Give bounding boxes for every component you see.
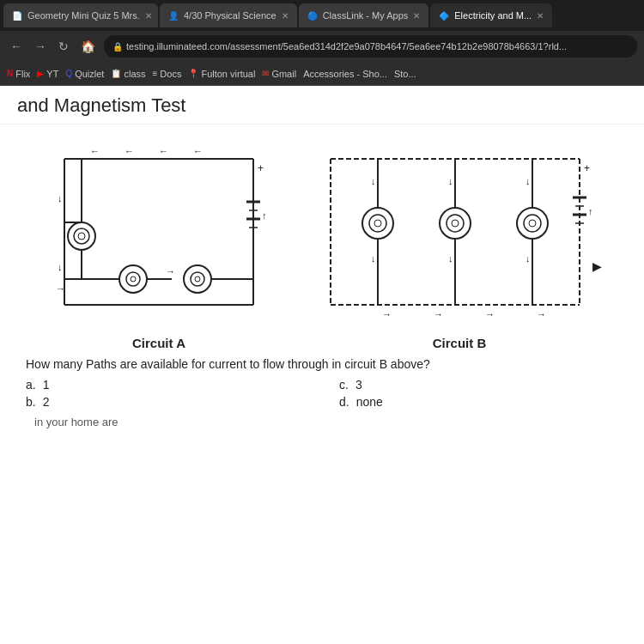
circuit-b-label: Circuit B [433,336,487,350]
bookmark-gmail-label: Gmail [271,69,296,79]
svg-point-16 [68,222,95,250]
circuit-area: + ↑ ← ← ← [0,125,644,437]
next-hint-label: in your home are [34,416,118,428]
bookmark-quizlet[interactable]: Q Quizlet [65,69,104,79]
answer-a-letter: a. [26,378,36,392]
forward-button[interactable]: → [31,38,50,55]
svg-point-71 [524,215,541,232]
page-title-bar: and Magnetism Test [0,86,644,125]
tab-physical-close[interactable]: ✕ [282,11,289,21]
svg-point-54 [362,208,393,239]
flix-icon: N [7,69,13,78]
bookmark-flix[interactable]: N Flix [7,69,30,79]
next-hint-text: in your home are [26,416,618,428]
svg-point-28 [131,276,136,282]
bookmark-accessories-label: Accessories - Sho... [303,69,387,79]
page-content: and Magnetism Test + [0,86,644,644]
tab-classlink-close[interactable]: ✕ [413,11,420,21]
svg-point-56 [374,220,381,227]
answer-d[interactable]: d. none [339,395,618,409]
bookmark-yt-label: YT [46,69,58,79]
bookmark-fulton-label: Fulton virtual [201,69,255,79]
tab-geometry[interactable]: 📄 Geometry Mini Quiz 5 Mrs. ✕ [3,3,158,27]
home-button[interactable]: 🏠 [77,38,99,55]
svg-text:←: ← [193,146,203,156]
svg-text:↓: ↓ [526,253,531,264]
bookmark-accessories[interactable]: Accessories - Sho... [303,69,387,79]
svg-point-63 [447,215,464,232]
svg-point-17 [74,228,89,244]
bookmark-fulton[interactable]: 📍 Fulton virtual [188,69,255,79]
bookmark-quizlet-label: Quizlet [75,69,104,79]
svg-text:↓: ↓ [371,253,376,264]
answer-c-value: 3 [355,378,362,392]
svg-text:→: → [382,309,392,319]
answer-a[interactable]: a. 1 [26,378,305,392]
circuit-b-diagram: + ↑ → → → → [313,133,605,350]
answer-b-value: 2 [43,395,50,409]
tab-electricity-icon: 🔷 [439,11,449,21]
tab-geometry-close[interactable]: ✕ [145,11,152,21]
answer-a-value: 1 [43,378,50,392]
svg-text:+: + [258,162,264,174]
tab-physical-icon: 👤 [168,11,179,21]
yt-icon: ▶ [37,69,44,78]
svg-point-55 [369,215,386,232]
answer-c[interactable]: c. 3 [339,378,618,392]
browser-chrome: 📄 Geometry Mini Quiz 5 Mrs. ✕ 👤 4/30 Phy… [0,0,644,86]
tab-classlink-label: ClassLink - My Apps [323,10,409,21]
circuit-a-svg: + ↑ ← ← ← [39,133,279,331]
bookmark-gmail[interactable]: ✉ Gmail [262,69,296,79]
answer-b[interactable]: b. 2 [26,395,305,409]
tab-geometry-icon: 📄 [12,11,22,21]
answer-d-value: none [356,395,383,409]
back-button[interactable]: ← [7,38,26,55]
gmail-icon: ✉ [262,69,269,78]
tab-electricity[interactable]: 🔷 Electricity and M... ✕ [430,3,552,27]
reload-button[interactable]: ↻ [55,38,72,55]
bookmark-store[interactable]: Sto... [394,69,416,79]
svg-point-33 [191,272,204,286]
bookmark-class[interactable]: 📋 class [111,69,145,79]
tab-physical[interactable]: 👤 4/30 Physical Science ✕ [160,3,297,27]
svg-text:↓: ↓ [448,253,453,264]
question-area: How many Paths are available for current… [17,357,627,428]
svg-point-18 [78,233,85,240]
svg-text:→: → [166,266,175,276]
svg-point-72 [529,220,536,227]
svg-point-32 [184,265,211,293]
svg-text:←: ← [90,146,100,156]
address-bar-row: ← → ↻ 🏠 🔒 testing.illuminateed.com/asses… [0,31,644,62]
fulton-icon: 📍 [188,69,198,78]
tab-electricity-close[interactable]: ✕ [537,11,544,21]
svg-text:↓: ↓ [58,262,63,272]
svg-text:↑: ↑ [588,206,593,216]
bookmark-yt[interactable]: ▶ YT [37,69,58,79]
bookmark-docs[interactable]: ≡ Docs [153,69,182,79]
tab-classlink-icon: 🔵 [307,11,318,21]
question-text: How many Paths are available for current… [26,357,618,371]
circuit-b-svg: + ↑ → → → → [313,133,605,331]
tab-bar: 📄 Geometry Mini Quiz 5 Mrs. ✕ 👤 4/30 Phy… [0,0,644,31]
svg-text:↓: ↓ [371,176,376,186]
quizlet-icon: Q [65,69,72,78]
svg-text:↓: ↓ [526,176,531,186]
svg-point-27 [126,272,140,286]
tab-classlink[interactable]: 🔵 ClassLink - My Apps ✕ [299,3,429,27]
svg-text:←: ← [125,146,134,156]
svg-text:→: → [56,283,65,294]
svg-text:+: + [584,162,590,174]
svg-text:↓: ↓ [58,193,63,204]
class-icon: 📋 [111,69,121,78]
svg-text:→: → [434,309,443,319]
bookmark-store-label: Sto... [394,69,416,79]
bookmark-flix-label: Flix [15,69,30,79]
bookmark-docs-label: Docs [160,69,181,79]
page-title: and Magnetism Test [17,94,185,116]
circuits-container: + ↑ ← ← ← [39,133,605,350]
address-bar[interactable]: 🔒 testing.illuminateed.com/assessment/5e… [104,35,637,58]
answer-b-letter: b. [26,395,36,409]
tab-electricity-label: Electricity and M... [454,10,532,21]
answer-d-letter: d. [339,395,349,409]
circuit-a-label: Circuit A [132,336,185,350]
